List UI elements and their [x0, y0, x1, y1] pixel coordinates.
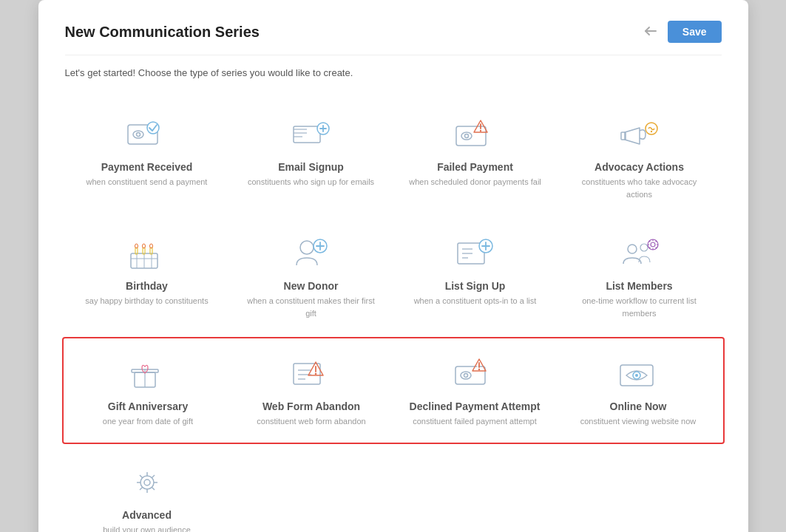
grid-item-email-signup[interactable]: Email Signup constituents who sign up fo…	[229, 99, 393, 215]
new-donor-desc: when a constituent makes their first gif…	[241, 295, 382, 319]
failed-payment-desc: when scheduled donor payments fail	[409, 176, 541, 188]
svg-point-23	[650, 131, 651, 132]
header: New Communication Series Save	[65, 21, 722, 55]
payment-received-desc: when constituent send a payment	[87, 176, 208, 188]
svg-point-81	[140, 476, 154, 489]
row-4: Advanced build your own audience	[65, 447, 722, 533]
grid-item-online-now[interactable]: Online Now constituent viewing website n…	[557, 338, 720, 443]
advocacy-actions-title: Advocacy Actions	[594, 161, 684, 173]
declined-payment-title: Declined Payment Attempt	[410, 400, 541, 412]
failed-payment-title: Failed Payment	[437, 161, 513, 173]
web-form-abandon-desc: constituent web form abandon	[257, 415, 365, 428]
svg-line-87	[140, 475, 143, 478]
svg-point-15	[461, 132, 472, 140]
list-sign-up-icon	[452, 236, 499, 271]
svg-point-77	[478, 369, 480, 370]
svg-line-89	[152, 475, 155, 478]
row-2: Birthday say happy birthday to constitue…	[65, 218, 722, 334]
grid-item-birthday[interactable]: Birthday say happy birthday to constitue…	[65, 218, 229, 334]
svg-point-3	[136, 133, 140, 137]
svg-point-49	[640, 244, 648, 251]
highlighted-row: Gift Anniversary one year from date of g…	[62, 337, 725, 444]
advanced-desc: build your own audience	[103, 524, 191, 533]
email-signup-icon	[288, 117, 335, 152]
svg-point-82	[144, 480, 150, 485]
grid-item-list-sign-up[interactable]: List Sign Up when a constituent opts-in …	[393, 218, 558, 334]
web-form-abandon-icon	[288, 356, 335, 392]
advocacy-actions-desc: constituents who take advocacy actions	[569, 176, 710, 200]
new-donor-title: New Donor	[284, 280, 339, 292]
failed-payment-icon	[452, 117, 499, 152]
svg-point-48	[628, 245, 637, 253]
svg-point-2	[133, 131, 143, 138]
gift-anniversary-icon	[124, 356, 172, 392]
svg-point-74	[477, 366, 478, 367]
list-members-title: List Members	[606, 280, 672, 292]
page-title: New Communication Series	[65, 24, 260, 41]
email-signup-desc: constituents who sign up for emails	[248, 176, 374, 188]
svg-point-70	[315, 373, 317, 375]
payment-received-icon	[123, 117, 171, 152]
birthday-icon	[123, 236, 171, 271]
svg-point-80	[635, 374, 638, 377]
subtitle-text: Let's get started! Choose the type of se…	[65, 67, 722, 78]
svg-point-19	[479, 130, 481, 132]
online-now-title: Online Now	[610, 400, 667, 412]
grid-item-web-form-abandon[interactable]: Web Form Abandon constituent web form ab…	[230, 338, 393, 443]
grid-item-new-donor[interactable]: New Donor when a constituent makes their…	[229, 218, 393, 334]
payment-received-title: Payment Received	[101, 161, 193, 173]
svg-point-73	[464, 374, 468, 378]
list-sign-up-title: List Sign Up	[445, 280, 506, 292]
svg-line-88	[152, 487, 155, 490]
advocacy-actions-icon	[616, 117, 663, 152]
svg-rect-6	[294, 126, 320, 143]
grid-item-gift-anniversary[interactable]: Gift Anniversary one year from date of g…	[67, 338, 230, 443]
email-signup-title: Email Signup	[278, 161, 344, 173]
svg-rect-14	[456, 126, 486, 146]
back-button[interactable]	[641, 21, 660, 43]
svg-point-72	[461, 372, 471, 379]
svg-rect-71	[455, 366, 485, 384]
save-button[interactable]: Save	[668, 21, 722, 43]
grid-item-list-members[interactable]: List Members one-time workflow to curren…	[558, 218, 722, 334]
declined-payment-desc: constituent failed payment attempt	[413, 415, 537, 428]
list-members-icon	[616, 236, 663, 271]
grid-item-payment-received[interactable]: Payment Received when constituent send a…	[65, 99, 229, 215]
web-form-abandon-title: Web Form Abandon	[262, 400, 360, 412]
list-members-desc: one-time workflow to current list member…	[569, 295, 710, 319]
svg-line-90	[140, 487, 143, 490]
main-card: New Communication Series Save Let's get …	[38, 0, 748, 532]
gift-anniversary-title: Gift Anniversary	[108, 400, 188, 412]
svg-point-16	[464, 134, 468, 138]
birthday-title: Birthday	[126, 280, 168, 292]
advanced-icon	[123, 465, 171, 500]
grid-item-advocacy-actions[interactable]: Advocacy Actions constituents who take a…	[558, 99, 722, 215]
declined-payment-icon	[451, 356, 498, 392]
header-actions: Save	[641, 21, 722, 43]
svg-point-35	[300, 241, 314, 254]
grid-item-failed-payment[interactable]: Failed Payment when scheduled donor paym…	[393, 99, 558, 215]
grid-item-declined-payment[interactable]: Declined Payment Attempt constituent fai…	[393, 338, 557, 443]
grid-item-advanced[interactable]: Advanced build your own audience	[65, 447, 229, 533]
online-now-desc: constituent viewing website now	[580, 415, 697, 428]
new-donor-icon	[288, 236, 335, 271]
online-now-icon	[614, 356, 662, 392]
row-1: Payment Received when constituent send a…	[65, 99, 722, 215]
list-sign-up-desc: when a constituent opts-in to a list	[414, 295, 537, 307]
gift-anniversary-desc: one year from date of gift	[103, 415, 193, 428]
birthday-desc: say happy birthday to constituents	[85, 295, 208, 307]
advanced-title: Advanced	[122, 509, 172, 521]
